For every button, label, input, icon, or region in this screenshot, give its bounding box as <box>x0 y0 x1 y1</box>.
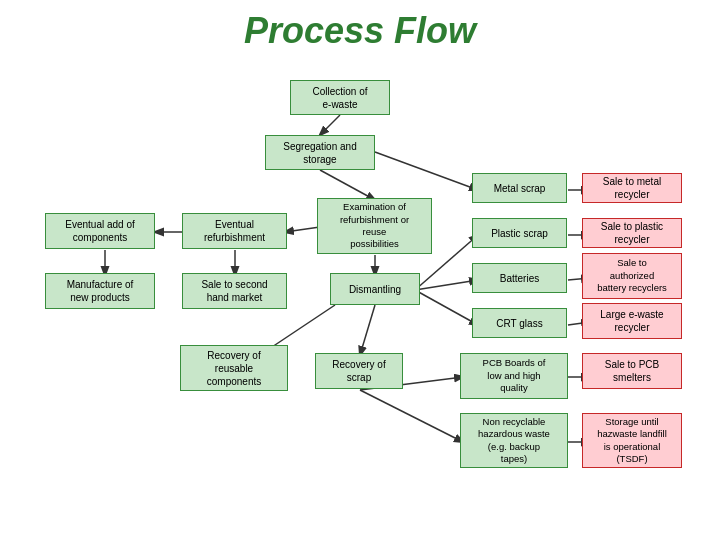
box-batteries: Batteries <box>472 263 567 293</box>
svg-line-1 <box>320 170 375 200</box>
box-dismantling: Dismantling <box>330 273 420 305</box>
box-crt-glass: CRT glass <box>472 308 567 338</box>
box-sale-second: Sale to secondhand market <box>182 273 287 309</box>
box-sale-plastic: Sale to plasticrecycler <box>582 218 682 248</box>
box-sale-battery: Sale toauthorizedbattery recyclers <box>582 253 682 299</box>
box-non-recyclable: Non recyclablehazardous waste(e.g. backu… <box>460 413 568 468</box>
box-recovery-scrap: Recovery ofscrap <box>315 353 403 389</box>
svg-line-11 <box>415 280 478 290</box>
svg-line-4 <box>285 227 320 232</box>
box-manufacture: Manufacture ofnew products <box>45 273 155 309</box>
box-storage-hazwaste: Storage untilhazwaste landfillis operati… <box>582 413 682 468</box>
box-collection: Collection ofe-waste <box>290 80 390 115</box>
box-metal-scrap: Metal scrap <box>472 173 567 203</box>
box-pcb-boards: PCB Boards oflow and highquality <box>460 353 568 399</box>
box-recovery-reusable: Recovery ofreusablecomponents <box>180 345 288 391</box>
box-eventual-add: Eventual add ofcomponents <box>45 213 155 249</box>
flow-diagram: Collection ofe-waste Segregation andstor… <box>0 60 720 540</box>
svg-line-12 <box>415 290 478 325</box>
svg-line-14 <box>360 390 463 442</box>
box-segregation: Segregation andstorage <box>265 135 375 170</box>
box-examination: Examination ofrefurbishment orreusepossi… <box>317 198 432 254</box>
box-sale-pcb: Sale to PCBsmelters <box>582 353 682 389</box>
svg-line-9 <box>360 305 375 355</box>
box-large-ewaste: Large e-wasterecycler <box>582 303 682 339</box>
box-plastic-scrap: Plastic scrap <box>472 218 567 248</box>
box-sale-metal: Sale to metalrecycler <box>582 173 682 203</box>
page-title: Process Flow <box>0 0 720 60</box>
svg-line-2 <box>375 152 478 190</box>
box-eventual-refurb: Eventualrefurbishment <box>182 213 287 249</box>
svg-line-0 <box>320 115 340 135</box>
